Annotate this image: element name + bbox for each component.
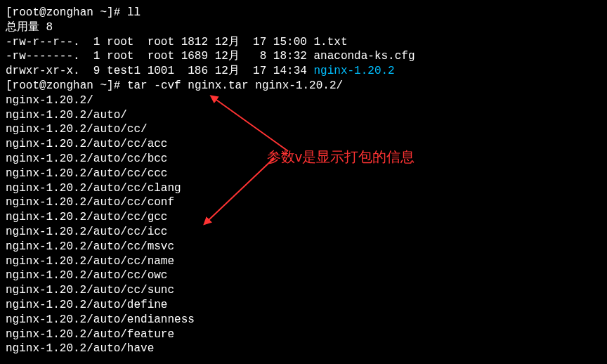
- prompt-host: zonghan: [46, 6, 93, 19]
- prompt-symbol: #: [114, 79, 127, 92]
- prompt-user: root: [13, 6, 39, 19]
- listing-row-meta: -rw-r--r--. 1 root root 1812 12月 17 15:0…: [6, 36, 313, 48]
- tar-output-line: nginx-1.20.2/auto/cc/clang: [6, 181, 601, 196]
- listing-row: -rw-------. 1 root root 1689 12月 8 18:32…: [6, 49, 601, 64]
- listing-row-name: 1.txt: [313, 36, 347, 48]
- command-text[interactable]: tar -cvf nginx.tar nginx-1.20.2/: [127, 79, 343, 92]
- command-text[interactable]: ll: [127, 6, 141, 19]
- listing-row: drwxr-xr-x. 9 test1 1001 186 12月 17 14:3…: [6, 64, 601, 79]
- total-line: 总用量 8: [6, 20, 601, 35]
- tar-output-line: nginx-1.20.2/auto/define: [6, 298, 601, 313]
- prompt-open-bracket: [: [6, 6, 13, 19]
- listing-row-name: nginx-1.20.2: [313, 65, 394, 77]
- tar-output-line: nginx-1.20.2/auto/cc/: [6, 122, 601, 137]
- annotation-text: 参数v是显示打包的信息: [267, 148, 415, 166]
- listing-row: -rw-r--r--. 1 root root 1812 12月 17 15:0…: [6, 35, 601, 50]
- prompt-path: ~: [100, 79, 107, 92]
- listing-row-name: anaconda-ks.cfg: [313, 50, 415, 63]
- tar-output-line: nginx-1.20.2/auto/cc/gcc: [6, 210, 601, 225]
- listing-row-meta: drwxr-xr-x. 9 test1 1001 186 12月 17 14:3…: [6, 65, 313, 77]
- tar-output-line: nginx-1.20.2/auto/cc/owc: [6, 268, 601, 283]
- tar-output-line: nginx-1.20.2/: [6, 93, 601, 108]
- at-sign: @: [39, 6, 46, 19]
- listing-row-meta: -rw-------. 1 root root 1689 12月 8 18:32: [6, 50, 313, 63]
- prompt-host: zonghan: [46, 79, 93, 92]
- prompt-open-bracket: [: [6, 79, 13, 92]
- prompt-close-bracket: ]: [107, 79, 114, 92]
- tar-output-line: nginx-1.20.2/auto/cc/ccc: [6, 167, 601, 181]
- prompt-user: root: [13, 79, 39, 92]
- prompt-line-2: [root@zonghan ~]# tar -cvf nginx.tar ngi…: [6, 79, 601, 93]
- at-sign: @: [39, 79, 46, 92]
- file-listing: -rw-r--r--. 1 root root 1812 12月 17 15:0…: [6, 35, 601, 79]
- tar-output-line: nginx-1.20.2/auto/: [6, 108, 601, 123]
- tar-output-line: nginx-1.20.2/auto/cc/msvc: [6, 240, 601, 254]
- tar-output-line: nginx-1.20.2/auto/cc/name: [6, 254, 601, 269]
- prompt-close-bracket: ]: [107, 6, 114, 19]
- prompt-symbol: #: [114, 6, 127, 19]
- tar-output-line: nginx-1.20.2/auto/cc/conf: [6, 195, 601, 210]
- tar-output-line: nginx-1.20.2/auto/have: [6, 342, 601, 356]
- tar-output-line: nginx-1.20.2/auto/feature: [6, 327, 601, 342]
- prompt-path: ~: [100, 6, 107, 19]
- tar-output: nginx-1.20.2/nginx-1.20.2/auto/nginx-1.2…: [6, 93, 601, 356]
- tar-output-line: nginx-1.20.2/auto/cc/sunc: [6, 283, 601, 298]
- tar-output-line: nginx-1.20.2/auto/cc/icc: [6, 225, 601, 240]
- tar-output-line: nginx-1.20.2/auto/endianness: [6, 313, 601, 327]
- prompt-line-1: [root@zonghan ~]# ll: [6, 6, 601, 20]
